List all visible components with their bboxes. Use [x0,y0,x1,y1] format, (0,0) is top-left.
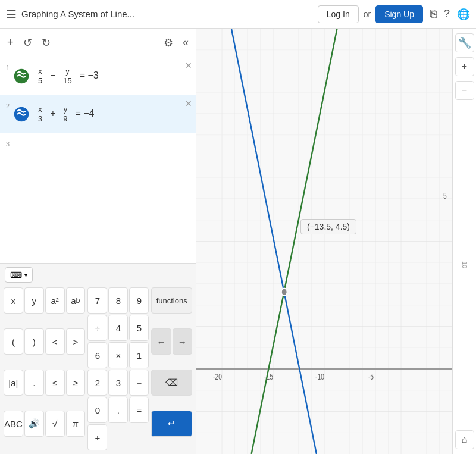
redo-button[interactable]: ↻ [42,36,51,49]
expr-close-2[interactable]: ✕ [185,99,192,108]
right-toolbar: 🔧 + − 10 ⌂ [452,29,476,454]
add-expression-button[interactable]: + [7,36,14,49]
expr-formula-2[interactable]: x3 + y9 = −4 [36,105,191,123]
main-layout: + ↺ ↻ ⚙ « 1 x5 − [0,29,476,454]
enter-button[interactable]: ↵ [151,411,192,437]
action-section: functions ← → ⌫ ↵ [151,287,192,450]
key-5[interactable]: 5 [129,315,149,341]
keyboard-area: ⌨ ▾ x y a² ab ( ) < > |a| . ≤ [0,263,196,454]
svg-text:5: 5 [443,192,447,201]
or-label: or [364,10,371,19]
key-leq[interactable]: ≤ [45,370,65,396]
share-icon[interactable]: ⎘ [430,8,437,20]
expr-formula-1[interactable]: x5 − y15 = −3 [36,67,191,85]
graph-container[interactable]: -20 -15 -10 -5 5 [196,29,452,454]
key-abs[interactable]: |a| [4,370,23,396]
keyboard-toggle-row: ⌨ ▾ [0,264,196,286]
zoom-in-button[interactable]: + [455,57,474,76]
y-label: 10 [461,105,468,425]
key-3[interactable]: 3 [108,370,128,396]
key-y[interactable]: y [24,287,44,314]
functions-button[interactable]: functions [151,287,192,314]
expression-list: 1 x5 − y15 = −3 ✕ 2 [0,57,196,263]
expression-row-1[interactable]: 1 x5 − y15 = −3 ✕ [0,57,196,95]
key-dot[interactable]: . [108,397,128,423]
key-divide[interactable]: ÷ [87,315,107,341]
key-1[interactable]: 1 [129,342,149,368]
left-arrow-button[interactable]: ← [151,328,171,355]
graph-svg: -20 -15 -10 -5 5 [196,29,452,454]
expr-number-2: 2 [0,100,12,109]
key-minus[interactable]: − [129,370,149,396]
left-panel: + ↺ ↻ ⚙ « 1 x5 − [0,29,196,454]
keyboard-icon: ⌨ [10,270,22,280]
menu-icon[interactable]: ☰ [6,7,17,21]
key-x[interactable]: x [4,287,23,314]
backspace-button[interactable]: ⌫ [151,370,192,396]
signup-button[interactable]: Sign Up [375,5,423,23]
key-plus[interactable]: + [87,424,107,450]
key-multiply[interactable]: × [108,342,128,368]
key-sound[interactable]: 🔊 [24,411,44,437]
key-abc[interactable]: ABC [4,411,23,437]
expr-icon-1 [12,67,31,86]
svg-text:-10: -10 [315,372,324,381]
num-section: 7 8 9 ÷ 4 5 6 × 1 2 3 − 0 . = + [87,287,149,450]
key-8[interactable]: 8 [108,287,128,314]
key-0[interactable]: 0 [87,397,107,423]
key-geq[interactable]: ≥ [66,370,86,396]
undo-button[interactable]: ↺ [23,36,32,49]
login-button[interactable]: Log In [318,5,359,23]
key-equals[interactable]: = [129,397,149,423]
expr-icon-2 [12,105,31,124]
help-icon[interactable]: ? [444,8,450,20]
key-a-squared[interactable]: a² [45,287,65,314]
expression-row-3[interactable]: 3 [0,133,196,171]
expr-number-1: 1 [0,62,12,71]
key-pi[interactable]: π [66,411,86,437]
svg-text:-20: -20 [213,372,222,381]
key-2[interactable]: 2 [87,370,107,396]
expression-toolbar: + ↺ ↻ ⚙ « [0,29,196,57]
globe-icon[interactable]: 🌐 [457,8,470,21]
zoom-out-button[interactable]: − [455,81,474,100]
expr-close-1[interactable]: ✕ [185,61,192,70]
keypad: x y a² ab ( ) < > |a| . ≤ ≥ ABC 🔊 √ π [0,286,196,454]
svg-text:-5: -5 [368,372,374,381]
chevron-down-icon: ▾ [24,272,27,278]
key-open-paren[interactable]: ( [4,328,23,355]
app-header: ☰ Graphing A System of Line... Log In or… [0,0,476,29]
key-dot-alpha[interactable]: . [24,370,44,396]
key-sqrt[interactable]: √ [45,411,65,437]
expr-number-3: 3 [0,138,12,148]
app-title: Graphing A System of Line... [21,9,313,19]
settings-button[interactable]: ⚙ [164,36,173,49]
wrench-button[interactable]: 🔧 [455,33,474,52]
collapse-button[interactable]: « [183,36,189,49]
home-button[interactable]: ⌂ [455,430,474,449]
key-7[interactable]: 7 [87,287,107,314]
key-a-power-b[interactable]: ab [66,287,86,314]
key-4[interactable]: 4 [108,315,128,341]
key-9[interactable]: 9 [129,287,149,314]
alpha-section: x y a² ab ( ) < > |a| . ≤ ≥ ABC 🔊 √ π [4,287,85,450]
graph-section: -20 -15 -10 -5 5 [196,29,452,454]
svg-text:-15: -15 [264,372,273,381]
key-greater-than[interactable]: > [66,328,86,355]
right-arrow-button[interactable]: → [173,328,192,355]
key-less-than[interactable]: < [45,328,65,355]
expression-row-2[interactable]: 2 x3 + y9 = −4 ✕ [0,95,196,133]
key-6[interactable]: 6 [87,342,107,368]
key-close-paren[interactable]: ) [24,328,44,355]
keyboard-toggle-button[interactable]: ⌨ ▾ [5,267,33,283]
svg-point-49 [281,289,287,296]
